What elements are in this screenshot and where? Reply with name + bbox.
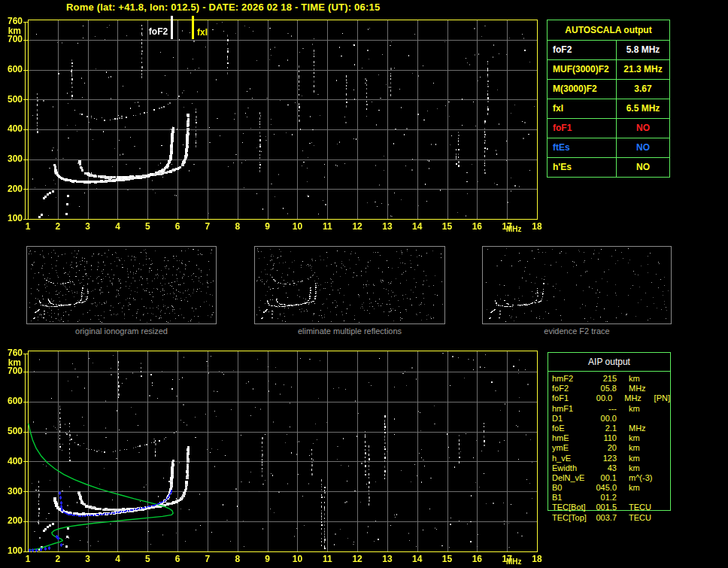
unit bbox=[629, 493, 659, 503]
param-value: 6.5 MHz bbox=[617, 99, 669, 118]
aip-row: TEC[Bot]001.5TECU bbox=[548, 503, 670, 512]
param: TEC[Top] bbox=[548, 513, 593, 523]
aip-row: Ewidth43km bbox=[548, 463, 670, 473]
aip-row: foF100.0MHz[PN] bbox=[548, 393, 670, 403]
aip-output-table: AIP output hmF2215kmfoF205.8MHzfoF100.0M… bbox=[548, 352, 671, 511]
unit: MHz bbox=[629, 384, 659, 393]
param-label: fxI bbox=[548, 99, 617, 118]
unit: MHz bbox=[629, 424, 659, 433]
param-label: h'Es bbox=[548, 158, 617, 177]
value: 00.0 bbox=[590, 393, 612, 403]
aip-row: h_vE123km bbox=[548, 454, 670, 463]
value: 00.0 bbox=[593, 414, 617, 424]
param: D1 bbox=[548, 414, 593, 424]
aip-row: B0045.0km bbox=[548, 483, 670, 493]
thumbnail-original-ionogram bbox=[26, 246, 217, 324]
param-label: foF2 bbox=[548, 41, 617, 59]
unit: km bbox=[629, 483, 659, 493]
autoscala-table-rows: foF25.8 MHzMUF(3000)F221.3 MHzM(3000)F23… bbox=[548, 41, 669, 177]
value: 215 bbox=[593, 374, 617, 384]
param: h_vE bbox=[548, 454, 593, 463]
param-label: MUF(3000)F2 bbox=[548, 60, 617, 79]
thumbnail-caption-evidence: evidence F2 trace bbox=[482, 327, 672, 336]
thumbnail-caption-eliminate: eliminate multiple reflections bbox=[254, 327, 445, 336]
aip-row: foE2.1MHz bbox=[548, 424, 670, 433]
unit: km bbox=[629, 463, 659, 473]
unit: TECU bbox=[629, 513, 659, 523]
autoscala-row: ftEsNO bbox=[548, 138, 669, 158]
param-label: foF1 bbox=[548, 119, 617, 138]
aip-row: TEC[Top]003.7TECU bbox=[548, 513, 670, 523]
param: hmF2 bbox=[548, 374, 593, 384]
param-label: ftEs bbox=[548, 138, 617, 157]
aip-row: hmF1---km bbox=[548, 404, 670, 414]
aip-row: DelN_vE00.1m^(-3) bbox=[548, 473, 670, 483]
unit: km bbox=[629, 443, 659, 453]
param-value: 5.8 MHz bbox=[617, 41, 669, 59]
thumbnail-evidence-f2-trace bbox=[482, 246, 672, 324]
value: --- bbox=[593, 404, 617, 414]
value: 001.5 bbox=[593, 503, 617, 512]
value: 05.8 bbox=[593, 384, 617, 393]
unit: TECU bbox=[629, 503, 659, 512]
param-value: 21.3 MHz bbox=[617, 60, 669, 79]
autoscala-row: foF25.8 MHz bbox=[548, 41, 669, 60]
param-value: NO bbox=[617, 158, 669, 177]
page-title: Rome (lat: +41.8, lon: 012.5) - DATE: 20… bbox=[66, 2, 380, 13]
unit: m^(-3) bbox=[629, 473, 659, 483]
note: [PN] bbox=[654, 393, 670, 403]
param: B1 bbox=[548, 493, 593, 503]
aip-row: hmF2215km bbox=[548, 374, 670, 384]
param: foF2 bbox=[548, 384, 593, 393]
value: 20 bbox=[593, 443, 617, 453]
aip-row: ymE20km bbox=[548, 443, 670, 453]
autoscala-output-table: AUTOSCALA output foF25.8 MHzMUF(3000)F22… bbox=[547, 20, 670, 178]
autoscala-row: h'EsNO bbox=[548, 158, 669, 177]
value: 045.0 bbox=[593, 483, 617, 493]
param: hmE bbox=[548, 433, 593, 443]
aip-table-title: AIP output bbox=[548, 353, 670, 372]
param-value: NO bbox=[617, 119, 669, 138]
param: TEC[Bot] bbox=[548, 503, 593, 512]
param: B0 bbox=[548, 483, 593, 493]
autoscala-screen: Rome (lat: +41.8, lon: 012.5) - DATE: 20… bbox=[0, 0, 728, 568]
value: 123 bbox=[593, 454, 617, 463]
autoscala-table-title: AUTOSCALA output bbox=[548, 20, 669, 41]
unit: km bbox=[629, 404, 659, 414]
value: 003.7 bbox=[593, 513, 617, 523]
param-label: M(3000)F2 bbox=[548, 80, 617, 99]
autoscala-row: fxI6.5 MHz bbox=[548, 99, 669, 119]
autoscala-row: foF1NO bbox=[548, 119, 669, 138]
param: foE bbox=[548, 424, 593, 433]
thumbnail-eliminate-reflections bbox=[254, 246, 445, 324]
unit: km bbox=[629, 374, 659, 384]
param-value: NO bbox=[617, 138, 669, 157]
unit: km bbox=[629, 433, 659, 443]
thumbnail-caption-original: original ionogram resized bbox=[26, 327, 217, 336]
value: 2.1 bbox=[593, 424, 617, 433]
top-ionogram-plot bbox=[0, 14, 544, 236]
bottom-ionogram-plot bbox=[0, 342, 544, 568]
unit bbox=[629, 414, 659, 424]
unit: MHz bbox=[624, 393, 652, 403]
aip-row: foF205.8MHz bbox=[548, 384, 670, 393]
param: foF1 bbox=[548, 393, 590, 403]
unit: km bbox=[629, 454, 659, 463]
aip-table-rows: hmF2215kmfoF205.8MHzfoF100.0MHz[PN]hmF1-… bbox=[548, 374, 670, 523]
aip-row: B101.2 bbox=[548, 493, 670, 503]
value: 43 bbox=[593, 463, 617, 473]
autoscala-row: MUF(3000)F221.3 MHz bbox=[548, 60, 669, 80]
value: 110 bbox=[593, 433, 617, 443]
value: 01.2 bbox=[593, 493, 617, 503]
aip-row: hmE110km bbox=[548, 433, 670, 443]
param: ymE bbox=[548, 443, 593, 453]
param: Ewidth bbox=[548, 463, 593, 473]
param-value: 3.67 bbox=[617, 80, 669, 99]
value: 00.1 bbox=[593, 473, 617, 483]
aip-row: D100.0 bbox=[548, 414, 670, 424]
param: hmF1 bbox=[548, 404, 593, 414]
autoscala-row: M(3000)F23.67 bbox=[548, 80, 669, 99]
param: DelN_vE bbox=[548, 473, 593, 483]
